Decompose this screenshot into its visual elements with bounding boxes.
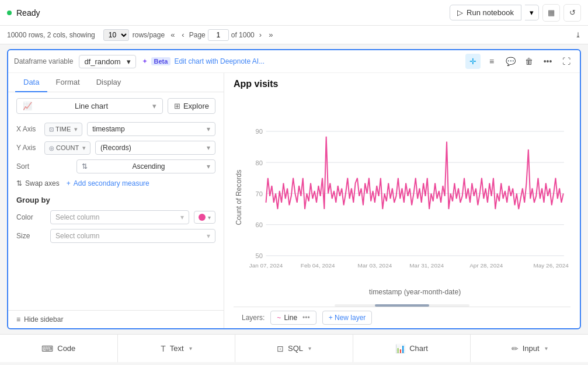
df-chevron-icon: ▾: [127, 57, 131, 66]
color-col-placeholder: Select column: [55, 213, 99, 221]
size-label: Size: [16, 232, 46, 240]
x-axis-col-chevron: ▾: [207, 125, 210, 133]
ai-edit-link[interactable]: Edit chart with Deepnote AI...: [174, 57, 265, 65]
sparkle-icon: ✦: [142, 57, 148, 65]
swap-icon: ⇅: [16, 179, 22, 187]
svg-text:Apr 28, 2024: Apr 28, 2024: [469, 262, 503, 269]
x-axis-type-select[interactable]: ⊡ TIME ▾: [44, 123, 82, 136]
ai-edit-section: ✦ Beta Edit chart with Deepnote AI...: [142, 57, 265, 65]
actions-row: ⇅ Swap axes + Add secondary measure: [16, 179, 215, 187]
layers-label: Layers:: [242, 314, 265, 322]
x-axis-type-value: TIME: [55, 126, 71, 133]
list-view-button[interactable]: ≡: [484, 54, 499, 69]
page-total: of 1000: [231, 31, 255, 39]
chart-area: App visits Count of Records 50: [224, 73, 580, 328]
size-col-placeholder: Select column: [55, 232, 99, 240]
add-secondary-button[interactable]: + Add secondary measure: [67, 179, 149, 187]
size-row: Size Select column ▾: [16, 229, 215, 243]
tab-display[interactable]: Display: [88, 73, 130, 92]
layer-line-icon: ~: [277, 314, 281, 322]
chart-container: Count of Records 50 60 70 80: [234, 93, 570, 302]
bottom-add-bar: ⌨ Code T Text ▾ ⊡ SQL ▾ 📊 Chart ✏ Input …: [0, 334, 588, 362]
new-layer-button[interactable]: + New layer: [322, 311, 373, 325]
swap-axes-button[interactable]: ⇅ Swap axes: [16, 179, 60, 187]
df-variable-value: df_random: [84, 57, 120, 66]
page-nav: « ‹ Page of 1000 › »: [168, 29, 275, 41]
layer-line-button[interactable]: ~ Line •••: [270, 311, 316, 325]
chart-bottom-bar: Layers: ~ Line ••• + New layer: [234, 307, 570, 328]
svg-text:Jan 07, 2024: Jan 07, 2024: [249, 262, 283, 269]
x-axis-col-select[interactable]: timestamp ▾: [87, 122, 215, 136]
svg-text:Mar 03, 2024: Mar 03, 2024: [358, 262, 392, 269]
hide-sidebar-icon: ≡: [16, 315, 20, 324]
svg-text:timestamp (year-month-date): timestamp (year-month-date): [369, 288, 461, 296]
next-page-button[interactable]: ›: [257, 30, 264, 40]
y-axis-col-select[interactable]: (Records) ▾: [95, 141, 215, 155]
delete-button[interactable]: 🗑: [521, 54, 537, 69]
color-swatch-chevron: ▾: [208, 214, 211, 221]
add-chart-button[interactable]: 📊 Chart: [353, 335, 471, 362]
pagination-bar: 10000 rows, 2 cols, showing 10 25 50 row…: [0, 26, 588, 44]
sort-row: Sort ⇅ Ascending ▾: [16, 159, 215, 173]
download-icon[interactable]: ⤓: [575, 31, 581, 39]
sql-icon: ⊡: [277, 344, 284, 353]
tab-format[interactable]: Format: [47, 73, 88, 92]
chart-type-icon: 📈: [23, 102, 32, 110]
size-col-select[interactable]: Select column ▾: [50, 229, 215, 243]
last-page-button[interactable]: »: [266, 30, 275, 40]
new-layer-label: + New layer: [329, 314, 366, 322]
prev-page-button[interactable]: ‹: [179, 30, 186, 40]
x-axis-col-value: timestamp: [92, 125, 124, 133]
expand-button[interactable]: ⛶: [559, 54, 574, 69]
run-chevron-button[interactable]: ▾: [525, 5, 539, 20]
tab-data[interactable]: Data: [15, 73, 47, 92]
color-col-select[interactable]: Select column ▾: [50, 210, 189, 224]
chart-type-value: Line chart: [75, 102, 108, 110]
chart-title: App visits: [234, 79, 570, 89]
y-axis-row: Y Axis ◎ COUNT ▾ (Records) ▾: [16, 141, 215, 155]
layer-line-label: Line: [284, 314, 297, 322]
y-axis-type-value: COUNT: [56, 144, 79, 151]
calendar-icon: ▦: [548, 8, 555, 17]
calendar-icon-btn[interactable]: ▦: [542, 4, 560, 22]
status-area: Ready: [7, 8, 40, 18]
color-dot: [199, 214, 206, 221]
y-axis-type-select[interactable]: ◎ COUNT ▾: [44, 141, 91, 155]
more-options-button[interactable]: •••: [540, 54, 555, 69]
svg-text:May 26, 2024: May 26, 2024: [534, 262, 569, 269]
add-input-button[interactable]: ✏ Input ▾: [471, 335, 588, 362]
page-number-input[interactable]: [208, 29, 229, 41]
add-sql-button[interactable]: ⊡ SQL ▾: [235, 335, 353, 362]
hide-sidebar-button[interactable]: ≡ Hide sidebar: [8, 310, 224, 328]
rows-per-page-select[interactable]: 10 25 50: [103, 29, 129, 41]
comment-button[interactable]: 💬: [503, 54, 518, 69]
explore-button[interactable]: ⊞ Explore: [168, 98, 215, 114]
x-axis-type-icon: ⊡: [49, 126, 54, 133]
chart-type-select[interactable]: 📈 Line chart ▾: [16, 98, 163, 114]
refresh-icon-btn[interactable]: ↺: [563, 4, 581, 22]
add-code-button[interactable]: ⌨ Code: [0, 335, 118, 362]
cursor-tool-button[interactable]: ✛: [465, 54, 481, 69]
sort-icon: ⇅: [82, 162, 88, 171]
panel-toolbar-right: ✛ ≡ 💬 🗑 ••• ⛶: [465, 54, 574, 69]
sort-select[interactable]: ⇅ Ascending ▾: [76, 159, 215, 173]
color-row: Color Select column ▾ ▾: [16, 210, 215, 224]
sql-label: SQL: [288, 344, 303, 353]
top-bar: Ready ▷ Run notebook ▾ ▦ ↺: [0, 0, 588, 26]
text-label: Text: [170, 344, 184, 353]
color-label: Color: [16, 213, 46, 221]
panel-body: Data Format Display 📈 Line chart ▾ ⊞ Exp…: [8, 73, 580, 328]
text-icon: T: [161, 344, 166, 353]
svg-text:90: 90: [256, 128, 263, 135]
df-variable-select[interactable]: df_random ▾: [79, 55, 135, 68]
x-axis-row: X Axis ⊡ TIME ▾ timestamp ▾: [16, 122, 215, 136]
color-swatch[interactable]: ▾: [194, 211, 215, 224]
run-notebook-button[interactable]: ▷ Run notebook: [450, 5, 521, 20]
sidebar-content: 📈 Line chart ▾ ⊞ Explore X Axis ⊡ TIME: [8, 92, 224, 310]
first-page-button[interactable]: «: [168, 30, 177, 40]
chart-icon: 📊: [395, 344, 405, 353]
line-chart-svg: Count of Records 50 60 70 80: [234, 93, 570, 302]
text-chevron-icon: ▾: [189, 345, 192, 352]
add-text-button[interactable]: T Text ▾: [118, 335, 236, 362]
rows-info: 10000 rows, 2 cols, showing: [7, 31, 95, 39]
